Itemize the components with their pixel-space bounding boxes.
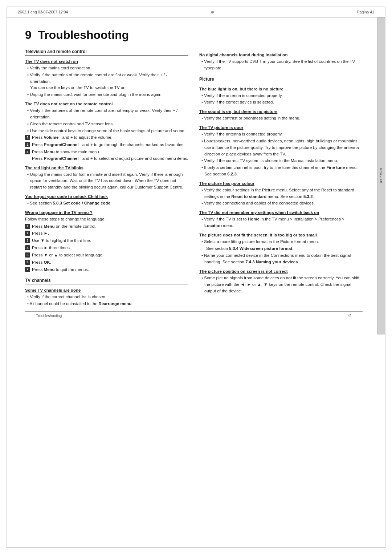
bullet-batteries-empty: Verify if the batteries of the remote co… (25, 108, 188, 121)
lang-step-6-text: Press OK. (32, 259, 188, 266)
step-2-badge: 2 (25, 142, 30, 147)
step-volume: 1 Press Volume - and + to adjust the vol… (25, 134, 188, 141)
subsection-forgot-code: You forgot your code to unlock Child loc… (25, 194, 188, 199)
page-header: 2662.1 eng 03-07-2007 12:04 ⊕ Pagina 41 (7, 7, 385, 17)
bullet-antenna-connected: Verify if the antenna is connected prope… (199, 93, 363, 99)
subsection-poor-colour: The picture has poor colour (199, 181, 363, 186)
step-1-badge: 1 (25, 135, 30, 140)
subsection-wrong-language: Wrong language in the TV menu ? (25, 210, 188, 215)
subsection-picture-poor: The TV picture is poor (199, 125, 363, 130)
lang-step-1: 1 Press Menu on the remote control. (25, 223, 188, 230)
step-menu: 3 Press Menu to show the main menu.Press… (25, 149, 188, 162)
lang-step-2-text: Press ►. (32, 230, 188, 237)
subsection-picture-position: The picture position on screen is not co… (199, 269, 363, 274)
lang-step-4-text: Press ► three times. (32, 245, 188, 251)
subsection-tv-no-react: The TV does not react on the remote cont… (25, 102, 188, 106)
step-3-text: Press Menu to show the main menu.Press P… (32, 149, 188, 162)
lang-step-5-text: Press ▼ or ▲ to select your language. (32, 252, 188, 259)
footer-right: 41 (348, 314, 352, 318)
subsection-sound-no-picture: The sound is on, but there is no picture (199, 109, 363, 114)
bullet-mains-cord: Verify the mains cord connection. (25, 65, 188, 72)
step-2-text: Press Program/Channel - and + to go thro… (32, 142, 188, 148)
subsection-blue-light: The blue light is on, but there is no pi… (199, 87, 363, 91)
bullet-unplug-mains: Unplug the mains cord, wait for one minu… (25, 92, 188, 98)
footer-left: Troubleshooting (36, 314, 62, 318)
bullet-side-control: Use the side control keys to change some… (25, 128, 188, 134)
bullet-connections: Verify the connections and cables of the… (199, 200, 363, 207)
bullet-dvbt: Verify if the TV supports DVB-T in your … (199, 58, 363, 72)
subsection-picture-fit: The picture does not fit the screen, it … (199, 233, 363, 237)
chapter-title: 9 Troubleshooting (25, 28, 363, 42)
bullet-antenna-poor: Verify if the antenna is connected prope… (199, 131, 363, 138)
two-column-layout: Television and remote control The TV doe… (25, 49, 363, 308)
lang-step-5: 5 Press ▼ or ▲ to select your language. (25, 252, 188, 259)
lang-step-2: 2 Press ►. (25, 230, 188, 237)
bullet-rearrange: A channel could be uninstalled in the Re… (25, 301, 188, 307)
bullet-naming-devices: Name your connected device in the Connec… (199, 252, 363, 266)
lang-step-3: 3 Use ▼ to highlight the third line. (25, 238, 188, 244)
left-column: Television and remote control The TV doe… (25, 49, 188, 308)
subsection-red-light: The red light on the TV blinks (25, 166, 188, 170)
bullet-tv-system: Verify if the correct TV system is chose… (199, 158, 363, 164)
lang-step-6-badge: 6 (25, 260, 30, 265)
header-center: Pagina 41 (357, 10, 374, 14)
right-column: No digital channels found during install… (199, 49, 363, 308)
header-left: 2662.1 eng 03-07-2007 12:04 (18, 10, 68, 14)
bullet-picture-format: Select a more fitting picture format in … (199, 239, 363, 245)
subsection-tv-no-switch: The TV does not switch on (25, 59, 188, 64)
subsection-no-digital: No digital channels found during install… (199, 53, 363, 57)
lang-step-7: 7 Press Menu to quit the menus. (25, 267, 188, 273)
chapter-title-text: Troubleshooting (38, 28, 129, 41)
subsection-channels-gone: Some TV channels are gone (25, 288, 188, 292)
lang-step-1-badge: 1 (25, 224, 30, 229)
bullet-correct-device: Verify if the correct device is selected… (199, 99, 363, 106)
step-1-text: Press Volume - and + to adjust the volum… (32, 134, 188, 141)
lang-step-5-badge: 5 (25, 252, 30, 258)
bullet-home-setting: Verify if the TV is set to Home in the T… (199, 216, 363, 229)
bullet-colour-settings: Verify the colour settings in the Pictur… (199, 187, 363, 200)
section-tv-channels-title: TV channels (25, 278, 188, 284)
bullet-picture-signals: Some picture signals from some devices d… (199, 275, 363, 294)
bullet-fine-tune: If only a certain channel is poor, try t… (199, 165, 363, 178)
lang-step-3-badge: 3 (25, 238, 30, 243)
text-widescreen-ref: See section 5.3.4 Widescreen picture for… (199, 246, 363, 252)
bullet-clean-remote: Clean the remote control and TV sensor l… (25, 121, 188, 127)
lang-step-3-text: Use ▼ to highlight the third line. (32, 238, 188, 244)
chapter-number: 9 (25, 28, 32, 41)
lang-step-4: 4 Press ► three times. (25, 245, 188, 251)
bullet-loudspeakers: Loudspeakers, non-earthed audio devices,… (199, 138, 363, 157)
main-content: 9 Troubleshooting Television and remote … (7, 17, 377, 335)
language-tab: ENGLISH (377, 17, 385, 335)
lang-step-1-text: Press Menu on the remote control. (32, 223, 188, 230)
section-tv-remote-title: Television and remote control (25, 49, 188, 56)
bullet-contrast: Verify the contrast or brightness settin… (199, 115, 363, 122)
lang-step-7-text: Press Menu to quit the menus. (32, 267, 188, 273)
page-border: 2662.1 eng 03-07-2007 12:04 ⊕ Pagina 41 … (7, 7, 385, 548)
lang-step-6: 6 Press OK. (25, 259, 188, 266)
subsection-settings-forgotten: The TV did not remember my settings when… (199, 210, 363, 215)
page-footer: Troubleshooting 41 (25, 311, 363, 320)
lang-step-4-badge: 4 (25, 245, 30, 250)
bullet-unplug-half: Unplug the mains cord for half a minute … (25, 171, 188, 191)
section-picture-title: Picture (199, 77, 363, 83)
bullet-channel-list: Verify if the correct channel list is ch… (25, 294, 188, 300)
language-tab-text: ENGLISH (380, 168, 383, 183)
bullet-see-section-code: See section 5.8.3 Set code / Change code… (25, 200, 188, 207)
lang-step-7-badge: 7 (25, 267, 30, 272)
lang-step-2-badge: 2 (25, 231, 30, 236)
step-3-badge: 3 (25, 149, 30, 154)
crosshair-icon: ⊕ (211, 10, 214, 14)
wrong-language-intro: Follow these steps to change the languag… (25, 216, 188, 223)
step-program: 2 Press Program/Channel - and + to go th… (25, 142, 188, 148)
bullet-batteries-flat: Verify if the batteries of the remote co… (25, 72, 188, 91)
content-area: 9 Troubleshooting Television and remote … (7, 17, 385, 335)
